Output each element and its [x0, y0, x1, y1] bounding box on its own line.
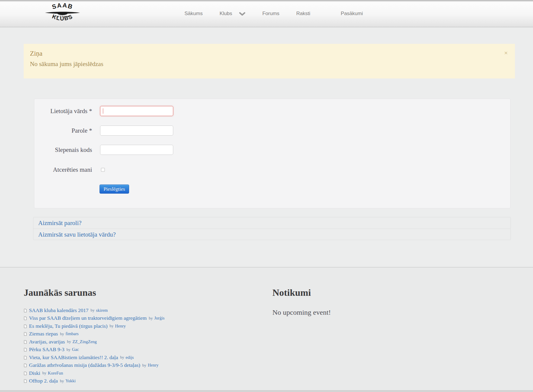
conversation-author-link[interactable]: Gac	[72, 347, 79, 352]
by-label: by	[120, 355, 124, 360]
by-label: by	[91, 308, 95, 313]
conversation-item: Pērku SAAB 9-3 by Gac	[24, 346, 165, 354]
events-empty-message: No upcoming event!	[272, 309, 331, 317]
conversation-item: Ziemas riepas by fimbars	[24, 330, 165, 338]
username-row: Lietotāja vārds *	[40, 106, 173, 116]
password-label: Parole *	[40, 126, 92, 136]
conversation-author-link[interactable]: Henry	[115, 324, 126, 329]
nav-item-label: Pasākumi	[341, 11, 363, 17]
topic-page-icon	[24, 316, 27, 320]
secret-code-input-wrap	[100, 145, 173, 155]
username-label: Lietotāja vārds *	[40, 106, 92, 116]
topic-page-icon	[24, 363, 27, 367]
saab-klubs-logo[interactable]: SAAB LATVIJA KLUBS	[43, 2, 82, 24]
forgot-link-row: Aizmirsāt paroli?	[33, 217, 510, 229]
header: SAAB LATVIJA KLUBS Sākums Klubs	[0, 0, 533, 27]
conversation-item: Avarijas, avarijas by ZZ_ZingZeng	[24, 338, 165, 346]
conversation-link[interactable]: Viss par SAAB dīzeļiem un traktorveidīgi…	[29, 315, 147, 321]
conversation-item: Vieta, kur SAABistiem izlamāties!! 2. da…	[24, 354, 165, 362]
conversations-title: Jaunākās sarunas	[24, 287, 96, 298]
nav-item-label: Sākums	[184, 11, 203, 17]
conversation-link[interactable]: Diski	[29, 370, 40, 376]
forgot-link-row: Aizmirsāt savu lietotāja vārdu?	[33, 229, 510, 240]
events-title: Notikumi	[272, 287, 311, 298]
main-nav: Sākums Klubs Forums Raksti Pasākumi	[184, 0, 380, 27]
conversation-link[interactable]: Ziemas riepas	[29, 331, 58, 337]
conversation-item: Diski by KoreFun	[24, 369, 165, 377]
topic-page-icon	[24, 356, 27, 360]
password-row: Parole *	[40, 126, 173, 136]
saab-klubs-logo-svg: SAAB LATVIJA KLUBS	[43, 2, 82, 24]
by-label: by	[42, 371, 46, 375]
forgot-links-list: Aizmirsāt paroli? Aizmirsāt savu lietotā…	[33, 217, 511, 240]
page: SAAB LATVIJA KLUBS Sākums Klubs	[0, 0, 533, 392]
conversation-item: Garāžas atbrīvošanas misija (dažādas 9-3…	[24, 362, 165, 369]
username-input-wrap	[100, 106, 173, 116]
remember-me-row: Atcerēties mani	[40, 165, 105, 175]
alert-title: Ziņa	[30, 50, 42, 57]
conversation-link[interactable]: Garāžas atbrīvošanas misija (dažādas 9-3…	[29, 362, 140, 368]
secret-code-row: Slepenais kods	[40, 145, 173, 155]
password-input[interactable]	[100, 126, 173, 136]
nav-item-klubs[interactable]: Klubs	[219, 11, 245, 17]
nav-item-forums[interactable]: Forums	[262, 11, 280, 17]
by-label: by	[67, 339, 71, 344]
alert-message: No sākuma jums jāpieslēdzas	[30, 60, 103, 68]
topic-page-icon	[24, 340, 27, 344]
conversation-author-link[interactable]: ZZ_ZingZeng	[73, 339, 97, 344]
close-icon[interactable]: ×	[504, 49, 508, 57]
nav-item-paskumi[interactable]: Pasākumi	[341, 11, 363, 17]
topic-page-icon	[24, 324, 27, 328]
conversation-item: SAAB kluba kalendārs 2017 by skirem	[24, 306, 165, 314]
conversation-link[interactable]: Pērku SAAB 9-3	[29, 346, 65, 353]
conversation-item: Es meklēju, Tu piedāvā (tirgus placis) b…	[24, 322, 165, 330]
conversations-list: SAAB kluba kalendārs 2017 by skirem Viss…	[24, 306, 165, 385]
forgot-link[interactable]: Aizmirsāt savu lietotāja vārdu?	[38, 231, 116, 238]
conversation-author-link[interactable]: KoreFun	[48, 371, 63, 376]
conversation-link[interactable]: SAAB kluba kalendārs 2017	[29, 307, 89, 314]
conversation-author-link[interactable]: Henry	[148, 363, 158, 368]
nav-item-label: Raksti	[296, 11, 310, 17]
username-input[interactable]	[100, 106, 173, 116]
logo-text-saab: SAAB	[51, 2, 74, 10]
remember-me-checkbox[interactable]	[101, 168, 105, 172]
by-label: by	[149, 316, 153, 321]
message-alert: Ziņa No sākuma jums jāpieslēdzas ×	[24, 44, 515, 78]
conversation-item: Viss par SAAB dīzeļiem un traktorveidīgi…	[24, 314, 165, 322]
conversation-item: Offtop 2. daļa by Yukki	[24, 377, 165, 385]
by-label: by	[60, 332, 64, 336]
secret-code-label: Slepenais kods	[40, 145, 92, 155]
logo-center-shape	[57, 13, 68, 15]
topic-page-icon	[24, 309, 27, 313]
remember-me-label: Atcerēties mani	[40, 165, 92, 175]
conversation-author-link[interactable]: Yukki	[65, 378, 76, 383]
login-button[interactable]: Pieslēgties	[99, 184, 129, 194]
conversation-author-link[interactable]: fimbars	[65, 331, 78, 336]
text-caret	[103, 108, 103, 114]
by-label: by	[67, 347, 71, 352]
nav-item-skums[interactable]: Sākums	[184, 11, 203, 17]
by-label: by	[60, 379, 64, 383]
by-label: by	[142, 363, 147, 368]
conversation-link[interactable]: Offtop 2. daļa	[29, 378, 58, 384]
nav-item-label: Klubs	[219, 11, 232, 17]
conversation-link[interactable]: Vieta, kur SAABistiem izlamāties!! 2. da…	[29, 354, 118, 361]
topic-page-icon	[24, 379, 27, 383]
conversation-author-link[interactable]: edijs	[126, 355, 134, 360]
password-input-wrap	[100, 126, 173, 136]
conversation-link[interactable]: Avarijas, avarijas	[29, 339, 65, 345]
secret-code-input[interactable]	[100, 145, 173, 155]
conversation-link[interactable]: Es meklēju, Tu piedāvā (tirgus placis)	[29, 323, 107, 329]
topic-page-icon	[24, 371, 27, 375]
conversation-author-link[interactable]: skirem	[96, 308, 107, 313]
bottom-strip	[0, 390, 533, 392]
chevron-down-icon	[239, 12, 245, 16]
forgot-link[interactable]: Aizmirsāt paroli?	[38, 219, 81, 226]
svg-text:SAAB: SAAB	[51, 2, 74, 10]
topic-page-icon	[24, 348, 27, 352]
conversation-author-link[interactable]: Jurģis	[154, 316, 165, 321]
topic-page-icon	[24, 332, 27, 336]
login-panel: Lietotāja vārds * Parole * Slepenais kod…	[34, 99, 510, 208]
nav-item-raksti[interactable]: Raksti	[296, 11, 310, 17]
nav-item-label: Forums	[262, 11, 280, 17]
